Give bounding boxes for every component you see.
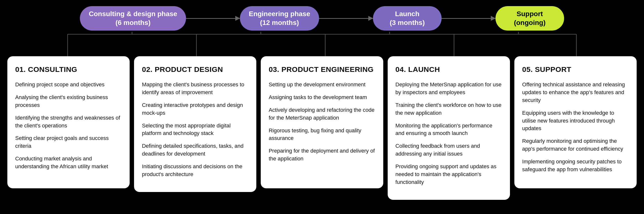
list-item: Providing ongoing support and updates as… xyxy=(396,163,502,186)
list-item: Offering technical assistance and releas… xyxy=(522,81,629,104)
phase-pill-consulting: Consulting & design phase (6 months) xyxy=(80,6,186,31)
list-item: Preparing for the deployment and deliver… xyxy=(268,147,375,163)
diagram-container: Consulting & design phase (6 months) Eng… xyxy=(0,0,644,214)
arrow-3 xyxy=(442,18,496,19)
card-launch-title: 04. LAUNCH xyxy=(396,65,502,74)
list-item: Creating interactive prototypes and desi… xyxy=(142,101,248,117)
card-support-title: 05. SUPPORT xyxy=(522,65,629,74)
phase-pill-support: Support (ongoing) xyxy=(496,6,564,31)
list-item: Setting up the development environment xyxy=(268,81,375,89)
list-item: Regularly monitoring and optimising the … xyxy=(522,137,629,153)
phase-pill-launch: Launch (3 months) xyxy=(373,6,442,31)
card-product-engineering: 03. PRODUCT ENGINEERING Setting up the d… xyxy=(261,56,383,188)
card-launch: 04. LAUNCH Deploying the MeterSnap appli… xyxy=(388,56,510,200)
card-support: 05. SUPPORT Offering technical assistanc… xyxy=(514,56,637,188)
list-item: Training the client's workforce on how t… xyxy=(396,101,502,117)
list-item: Mapping the client's business processes … xyxy=(142,81,248,96)
list-item: Assigning tasks to the development team xyxy=(268,94,375,101)
list-item: Selecting the most appropriate digital p… xyxy=(142,122,248,137)
list-item: Collecting feedback from users and addre… xyxy=(396,142,502,158)
list-item: Rigorous testing, bug fixing and quality… xyxy=(268,127,375,142)
list-item: Equipping users with the knowledge to ut… xyxy=(522,109,629,132)
list-item: Monitoring the application's performance… xyxy=(396,122,502,137)
card-product-design-title: 02. PRODUCT DESIGN xyxy=(142,65,248,74)
card-support-items: Offering technical assistance and releas… xyxy=(522,81,629,173)
list-item: Actively developing and refactoring the … xyxy=(268,106,375,122)
list-item: Conducting market analysis and understan… xyxy=(15,155,122,170)
card-product-engineering-title: 03. PRODUCT ENGINEERING xyxy=(268,65,375,74)
list-item: Initiating discussions and decisions on … xyxy=(142,163,248,178)
card-launch-items: Deploying the MeterSnap application for … xyxy=(396,81,502,186)
arrow-2 xyxy=(319,18,373,19)
arrow-1 xyxy=(186,18,240,19)
card-product-engineering-items: Setting up the development environment A… xyxy=(268,81,375,163)
card-consulting: 01. CONSULTING Defining project scope an… xyxy=(7,56,130,188)
list-item: Identifying the strengths and weaknesses… xyxy=(15,114,122,130)
phase-pill-engineering: Engineering phase (12 months) xyxy=(240,6,319,31)
list-item: Analysing the client's existing business… xyxy=(15,94,122,109)
list-item: Defining detailed specifications, tasks,… xyxy=(142,142,248,158)
card-product-design: 02. PRODUCT DESIGN Mapping the client's … xyxy=(134,56,256,192)
list-item: Defining project scope and objectives xyxy=(15,81,122,89)
list-item: Implementing ongoing security patches to… xyxy=(522,158,629,173)
card-product-design-items: Mapping the client's business processes … xyxy=(142,81,248,178)
cards-row: 01. CONSULTING Defining project scope an… xyxy=(0,56,644,207)
connector-svg xyxy=(0,32,644,56)
list-item: Deploying the MeterSnap application for … xyxy=(396,81,502,96)
list-item: Setting clear project goals and success … xyxy=(15,134,122,150)
card-consulting-items: Defining project scope and objectives An… xyxy=(15,81,122,170)
connector-lines-area xyxy=(0,32,644,56)
card-consulting-title: 01. CONSULTING xyxy=(15,65,122,74)
